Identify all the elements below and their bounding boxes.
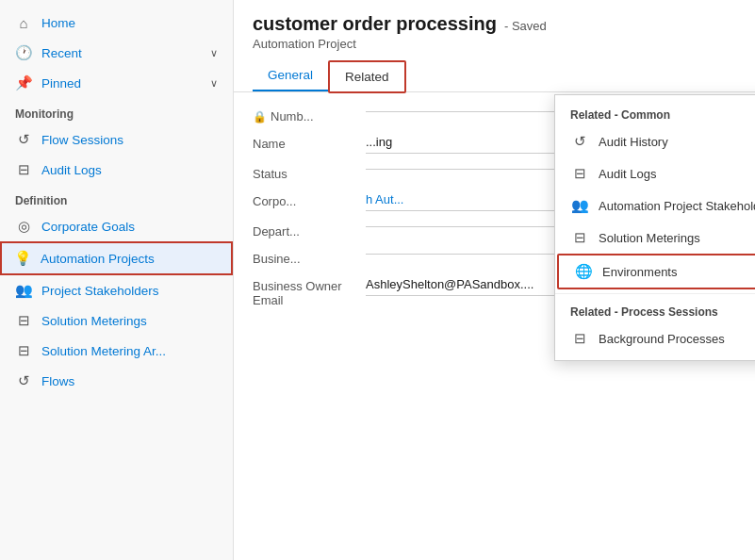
- related-dropdown: Related - Common ↺ Audit History ⊟ Audit…: [554, 94, 755, 361]
- dropdown-label-solution-meterings: Solution Meterings: [599, 231, 700, 245]
- solution-metering-ar-icon: ⊟: [15, 342, 32, 359]
- sidebar-label-flows: Flows: [41, 374, 74, 388]
- sidebar-item-home[interactable]: ⌂ Home: [0, 8, 233, 38]
- automation-projects-icon: 💡: [14, 250, 31, 267]
- audit-logs-icon: ⊟: [15, 161, 32, 178]
- sidebar-label-home: Home: [41, 16, 75, 30]
- saved-label: - Saved: [504, 19, 547, 33]
- dropdown-section-common-label: Related - Common: [555, 101, 755, 125]
- sidebar-item-flows[interactable]: ↺ Flows: [0, 366, 233, 396]
- dropdown-label-audit-history: Audit History: [599, 135, 668, 149]
- label-corpo: Corpo...: [253, 194, 296, 208]
- sidebar-label-audit-logs: Audit Logs: [41, 163, 102, 177]
- pinned-chevron: ∨: [210, 77, 218, 90]
- dropdown-item-solution-meterings[interactable]: ⊟ Solution Meterings: [555, 222, 755, 254]
- sidebar-item-recent[interactable]: 🕐 Recent ∨: [0, 38, 233, 68]
- sidebar-item-flow-sessions[interactable]: ↺ Flow Sessions: [0, 124, 233, 155]
- dropdown-item-environments[interactable]: 🌐 Environments: [557, 254, 755, 289]
- page-title: customer order processing: [253, 13, 497, 35]
- dropdown-item-background-processes[interactable]: ⊟ Background Processes: [555, 322, 755, 354]
- sidebar-label-project-stakeholders: Project Stakeholders: [41, 284, 159, 298]
- dropdown-label-ap-stakeholders: Automation Project Stakeholders: [599, 199, 755, 213]
- dropdown-divider: [555, 293, 755, 294]
- sidebar-label-flow-sessions: Flow Sessions: [41, 133, 123, 147]
- environments-icon: 🌐: [574, 262, 593, 281]
- dropdown-item-audit-logs[interactable]: ⊟ Audit Logs: [555, 157, 755, 189]
- project-stakeholders-icon: 👥: [15, 282, 32, 299]
- sidebar-item-automation-projects[interactable]: 💡 Automation Projects: [0, 241, 233, 275]
- dropdown-item-audit-history[interactable]: ↺ Audit History: [555, 125, 755, 157]
- label-status: Status: [253, 167, 287, 181]
- sidebar-item-corporate-goals[interactable]: ◎ Corporate Goals: [0, 211, 233, 241]
- main-header: customer order processing - Saved Automa…: [234, 0, 755, 92]
- sidebar-label-solution-meterings: Solution Meterings: [41, 314, 147, 328]
- solution-meterings-icon: ⊟: [15, 312, 32, 329]
- home-icon: ⌂: [15, 14, 32, 31]
- sidebar-label-automation-projects: Automation Projects: [41, 252, 155, 266]
- sidebar-label-solution-metering-ar: Solution Metering Ar...: [41, 344, 166, 358]
- sidebar-label-pinned: Pinned: [41, 76, 81, 91]
- tabs-bar: General Related: [253, 60, 736, 91]
- main-title-area: customer order processing - Saved: [253, 13, 736, 35]
- tab-general[interactable]: General: [253, 60, 328, 91]
- audit-history-icon: ↺: [570, 132, 589, 151]
- main-subtitle: Automation Project: [253, 37, 736, 51]
- label-depart: Depart...: [253, 224, 300, 239]
- dropdown-section-process-label: Related - Process Sessions: [555, 298, 755, 322]
- main-content: customer order processing - Saved Automa…: [234, 0, 755, 560]
- sidebar-item-solution-metering-ar[interactable]: ⊟ Solution Metering Ar...: [0, 336, 233, 366]
- flows-icon: ↺: [15, 372, 32, 389]
- background-processes-icon: ⊟: [570, 329, 589, 348]
- flow-sessions-icon: ↺: [15, 131, 32, 148]
- sidebar-item-audit-logs[interactable]: ⊟ Audit Logs: [0, 155, 233, 185]
- label-business: Busine...: [253, 252, 301, 266]
- sidebar-item-pinned[interactable]: 📌 Pinned ∨: [0, 68, 233, 98]
- tab-related[interactable]: Related: [328, 60, 406, 93]
- definition-section-label: Definition: [0, 185, 233, 211]
- audit-logs-dd-icon: ⊟: [570, 164, 589, 183]
- monitoring-section-label: Monitoring: [0, 98, 233, 124]
- sidebar-label-recent: Recent: [41, 46, 82, 60]
- pinned-icon: 📌: [15, 74, 32, 91]
- label-number: Numb...: [271, 109, 314, 124]
- recent-icon: 🕐: [15, 44, 32, 61]
- sidebar-item-project-stakeholders[interactable]: 👥 Project Stakeholders: [0, 275, 233, 305]
- dropdown-label-audit-logs: Audit Logs: [599, 167, 656, 181]
- sidebar-item-solution-meterings[interactable]: ⊟ Solution Meterings: [0, 305, 233, 336]
- sidebar: ⌂ Home 🕐 Recent ∨ 📌 Pinned ∨ Monitoring …: [0, 0, 234, 560]
- label-business-owner-email: Business Owner Email: [253, 279, 366, 307]
- recent-chevron: ∨: [210, 47, 218, 59]
- dropdown-label-environments: Environments: [602, 265, 677, 279]
- label-name: Name: [253, 137, 286, 151]
- lock-icon: 🔒: [253, 110, 267, 124]
- dropdown-label-background-processes: Background Processes: [599, 332, 725, 346]
- sidebar-label-corporate-goals: Corporate Goals: [41, 220, 135, 234]
- solution-meterings-dd-icon: ⊟: [570, 228, 589, 247]
- ap-stakeholders-icon: 👥: [570, 196, 589, 215]
- corporate-goals-icon: ◎: [15, 218, 32, 235]
- dropdown-item-automation-project-stakeholders[interactable]: 👥 Automation Project Stakeholders: [555, 189, 755, 222]
